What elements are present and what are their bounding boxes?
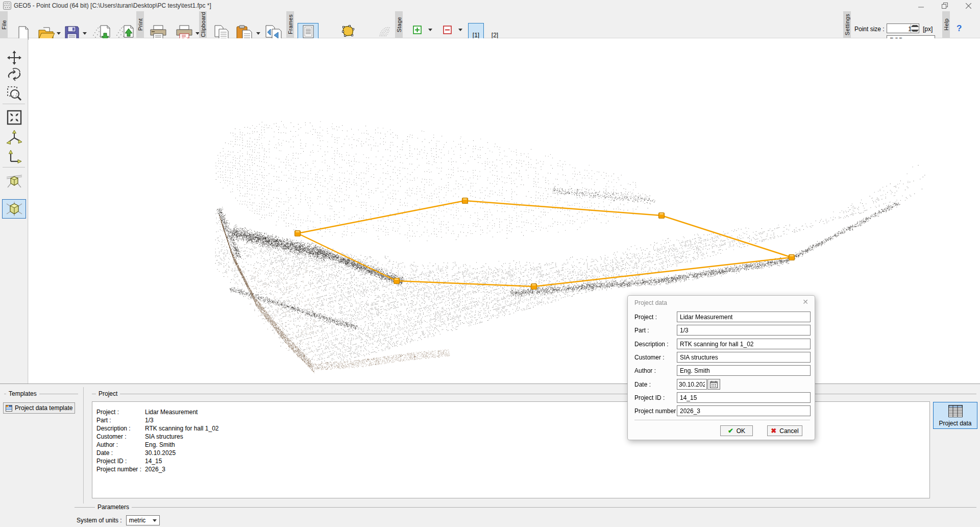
check-icon: ✔	[728, 427, 733, 435]
project-group-label: Project	[96, 390, 120, 397]
panel-divider	[83, 387, 84, 504]
field-label-project: Project :	[634, 314, 657, 321]
add-stage-button[interactable]	[412, 25, 422, 34]
dialog-close-icon[interactable]: ✕	[801, 298, 810, 306]
perspective-view-button[interactable]	[2, 171, 26, 190]
restore-button[interactable]	[938, 1, 951, 10]
minimize-button[interactable]	[914, 1, 927, 10]
spin-up-icon	[911, 25, 919, 27]
viewport[interactable]	[29, 38, 980, 384]
sidebar-separator	[3, 167, 25, 167]
templates-group-label: Templates	[6, 390, 39, 397]
project-group-line	[92, 394, 976, 394]
axonometric-view-button[interactable]	[2, 199, 26, 219]
axes-2d-view-button[interactable]	[2, 147, 26, 166]
construction-site-icon	[341, 25, 355, 37]
toolbar-group-label-help: Help	[942, 11, 950, 38]
dropdown-caret-icon	[458, 29, 462, 31]
field-label-customer: Customer :	[634, 354, 665, 361]
axes-3d-view-button[interactable]	[2, 128, 26, 147]
toolbar-group-label-print: Print	[136, 11, 144, 38]
zoom-window-tool-button[interactable]	[2, 84, 26, 103]
toolbar-group-label-stage: Stage	[395, 11, 403, 38]
date-picker-button[interactable]	[707, 379, 720, 390]
summary-row-project-id: Project ID :14_15	[96, 457, 162, 465]
point-size-input[interactable]	[887, 24, 913, 34]
calendar-icon	[710, 381, 718, 388]
project-id-field[interactable]	[677, 392, 811, 403]
parameters-group-label: Parameters	[95, 504, 132, 511]
save-dropdown[interactable]	[82, 30, 88, 37]
units-select[interactable]: metric	[126, 515, 160, 525]
titlebar: GEO5 - Point Cloud (64 bit) [C:\Users\tu…	[0, 0, 980, 11]
spin-down-icon	[911, 30, 919, 32]
point-size-stepper[interactable]	[887, 23, 919, 33]
parameters-group-line	[75, 507, 976, 508]
project-data-dialog: Project data ✕ Project : Part : Descript…	[627, 295, 815, 440]
dropdown-caret-icon	[153, 519, 157, 522]
customer-field[interactable]	[677, 352, 811, 363]
toolbar: File Print	[0, 11, 980, 38]
summary-row-description: Description :RTK scanning for hall 1_02	[96, 424, 219, 433]
dialog-separator	[634, 420, 810, 420]
dropdown-caret-icon	[256, 32, 260, 35]
summary-row-author: Author :Eng. Smith	[96, 441, 175, 449]
open-file-dropdown[interactable]	[56, 30, 62, 37]
dropdown-caret-icon	[428, 29, 432, 31]
bottom-panel: Templates Project data template Project …	[0, 384, 980, 527]
pan-tool-button[interactable]	[2, 48, 26, 67]
summary-row-part: Part :1/3	[96, 416, 154, 424]
dropdown-caret-icon	[57, 32, 61, 35]
summary-row-date: Date :30.10.2025	[96, 449, 176, 457]
add-stage-dropdown[interactable]	[427, 26, 433, 33]
view-toolbar	[0, 38, 28, 384]
project-number-field[interactable]	[677, 405, 811, 416]
close-button[interactable]	[962, 1, 975, 10]
units-label: System of units :	[77, 517, 122, 524]
dropdown-caret-icon	[83, 32, 87, 35]
point-size-unit: [px]	[923, 26, 933, 33]
point-cloud-canvas[interactable]	[29, 38, 980, 384]
project-data-button[interactable]: Project data	[933, 402, 977, 429]
field-label-description: Description :	[634, 341, 669, 348]
field-label-project-number: Project number :	[634, 408, 679, 415]
project-field[interactable]	[677, 312, 811, 322]
rotate-tool-button[interactable]	[2, 65, 26, 85]
project-data-icon	[948, 405, 963, 417]
point-size-spin-buttons[interactable]	[911, 24, 919, 33]
toolbar-group-label-frames: Frames	[286, 11, 294, 38]
project-data-template-button[interactable]: Project data template	[3, 402, 75, 414]
paste-dropdown[interactable]	[255, 30, 261, 37]
remove-stage-button[interactable]	[443, 25, 452, 34]
cancel-button[interactable]: ✖Cancel	[767, 425, 802, 436]
window-title: GEO5 - Point Cloud (64 bit) [C:\Users\tu…	[14, 2, 211, 9]
toolbar-group-label-file: File	[0, 11, 8, 38]
author-field[interactable]	[677, 365, 811, 376]
part-field[interactable]	[677, 325, 811, 336]
summary-row-project: Project :Lidar Measurement	[96, 408, 198, 416]
field-label-part: Part :	[634, 327, 649, 334]
summary-row-project-number: Project number :2026_3	[96, 465, 165, 473]
app-window: GEO5 - Point Cloud (64 bit) [C:\Users\tu…	[0, 0, 980, 527]
point-size-label: Point size :	[854, 26, 885, 33]
edit-point-cloud-icon	[378, 25, 391, 37]
app-icon	[3, 2, 11, 10]
template-icon	[6, 405, 12, 412]
zoom-extents-button[interactable]	[2, 108, 26, 127]
dialog-title: Project data	[634, 299, 667, 306]
ok-button[interactable]: ✔OK	[720, 425, 753, 436]
toolbar-group-label-clipboard: Clipboard	[199, 11, 207, 38]
field-label-date: Date :	[634, 381, 651, 388]
sidebar-separator	[3, 104, 25, 104]
remove-stage-dropdown[interactable]	[457, 26, 463, 33]
field-label-project-id: Project ID :	[634, 394, 665, 401]
help-question-icon[interactable]: ?	[957, 23, 962, 34]
project-frame-icon	[303, 25, 314, 38]
date-field[interactable]	[677, 379, 707, 390]
summary-row-customer: Customer :SIA structures	[96, 433, 183, 441]
toolbar-group-label-settings: Settings	[843, 11, 851, 38]
description-field[interactable]	[677, 339, 811, 349]
field-label-author: Author :	[634, 367, 656, 374]
cross-icon: ✖	[771, 427, 776, 435]
